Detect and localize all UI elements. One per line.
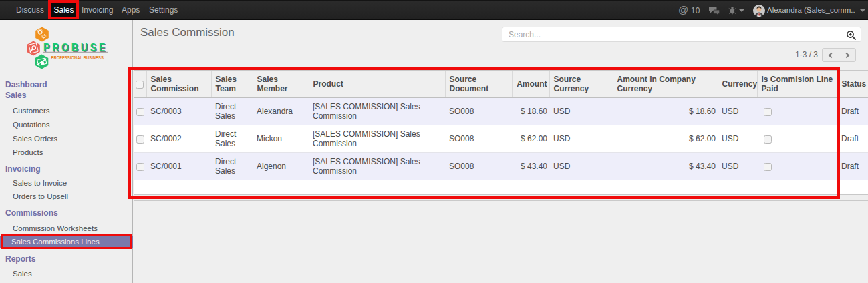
svg-text:PROBUSE: PROBUSE — [43, 41, 108, 53]
svg-text:PROFESSIONAL BUSINESS: PROFESSIONAL BUSINESS — [51, 55, 104, 61]
